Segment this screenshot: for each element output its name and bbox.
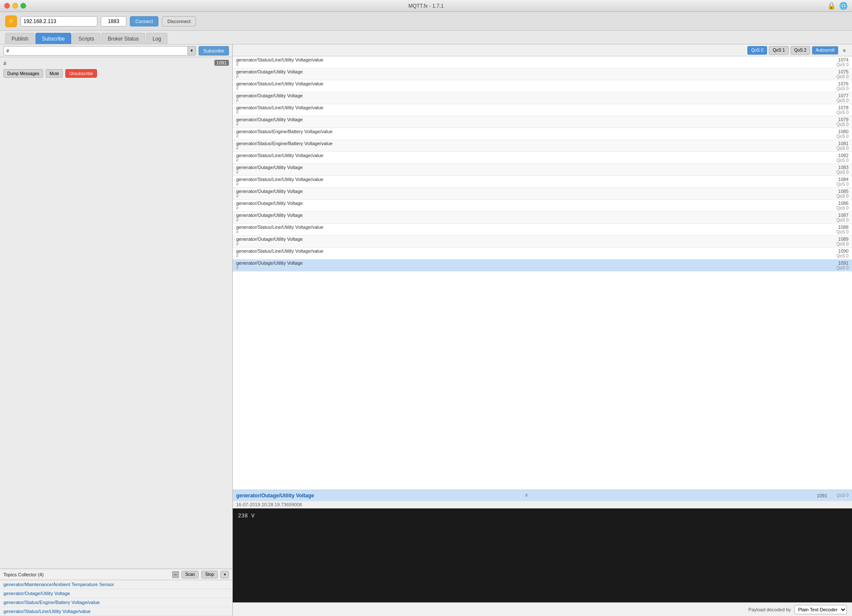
table-row[interactable]: generator/Outage/Utility Voltage # 1077 … (233, 92, 852, 104)
detail-qos: QoS 0 (827, 493, 849, 498)
topics-collector-title: Topics Collector (4) (3, 572, 44, 577)
detail-hash: # (525, 493, 528, 498)
scan-button[interactable]: Scan (182, 571, 199, 578)
left-empty-area (0, 315, 232, 569)
message-area: # 1091 Dump Messages Mute Unsubscribe (0, 57, 232, 315)
dump-messages-button[interactable]: Dump Messages (3, 69, 43, 78)
right-panel: QoS 0 QoS 1 QoS 2 Autoscroll ≡ generator… (233, 44, 852, 616)
lightning-icon: ⚡ (7, 17, 15, 25)
maximize-button[interactable] (20, 3, 26, 9)
app-logo: ⚡ (5, 15, 17, 27)
table-row[interactable]: generator/Outage/Utility Voltage # 1087 … (233, 212, 852, 224)
right-top-bar: QoS 0 QoS 1 QoS 2 Autoscroll ≡ (233, 44, 852, 56)
tab-scripts[interactable]: Scripts (72, 33, 101, 44)
table-row-selected[interactable]: generator/Outage/Utility Voltage # 1091 … (233, 260, 852, 272)
table-row[interactable]: generator/Outage/Utility Voltage # 1079 … (233, 116, 852, 128)
detail-timestamp: 16-07-2019 20:28:19.73699008 (233, 501, 852, 508)
message-list[interactable]: generator/Status/Line/Utility Voltage/va… (233, 56, 852, 490)
table-row[interactable]: generator/Outage/Utility Voltage # 1086 … (233, 200, 852, 212)
disconnect-button[interactable]: Disconnect (162, 16, 196, 26)
message-count-badge: 1091 (214, 60, 229, 66)
table-row[interactable]: generator/Status/Line/Utility Voltage/va… (233, 224, 852, 236)
topic-item-2[interactable]: generator/Status/Engine/Battery Voltage/… (0, 598, 232, 607)
table-row[interactable]: generator/Status/Engine/Battery Voltage/… (233, 140, 852, 152)
toolbar: ⚡ Connect Disconnect (0, 12, 852, 31)
qos0-button[interactable]: QoS 0 (747, 46, 767, 55)
detail-topic: generator/Outage/Utility Voltage (236, 493, 522, 499)
table-row[interactable]: generator/Outage/Utility Voltage # 1089 … (233, 236, 852, 248)
message-payload[interactable]: 238 V (233, 508, 852, 602)
subscribe-topic-input[interactable] (3, 46, 187, 55)
table-row[interactable]: generator/Status/Engine/Battery Voltage/… (233, 128, 852, 140)
topic-item-3[interactable]: generator/Status/Line/Utility Voltage/va… (0, 607, 232, 616)
stop-button[interactable]: Stop (201, 571, 218, 578)
tab-broker-status[interactable]: Broker Status (101, 33, 145, 44)
titlebar-right-icons: 🔒 🌐 (827, 2, 848, 10)
table-row[interactable]: generator/Status/Line/Utility Voltage/va… (233, 104, 852, 116)
table-row[interactable]: generator/Outage/Utility Voltage # 1075 … (233, 68, 852, 80)
table-row[interactable]: generator/Status/Line/Utility Voltage/va… (233, 56, 852, 68)
subscribe-input-wrap: ▾ (3, 46, 196, 55)
autoscroll-button[interactable]: Autoscroll (812, 46, 838, 55)
tab-subscribe[interactable]: Subscribe (35, 33, 71, 44)
mute-button[interactable]: Mute (46, 69, 63, 78)
window-title: MQTT.fx - 1.7.1 (408, 3, 444, 9)
port-input[interactable] (101, 16, 126, 26)
topics-list: generator/Maintenance/Ambient Temperatur… (0, 580, 232, 616)
lock-icon: 🔒 (827, 2, 836, 10)
table-row[interactable]: generator/Outage/Utility Voltage # 1083 … (233, 164, 852, 176)
subscribe-button[interactable]: Subscribe (199, 46, 229, 55)
close-button[interactable] (4, 3, 10, 9)
subscribe-dropdown[interactable]: ▾ (187, 46, 196, 55)
hash-display: # (3, 61, 229, 67)
globe-icon: 🌐 (839, 2, 848, 10)
scan-settings-button[interactable]: ▾ (220, 571, 229, 578)
decoded-by-label: Payload decoded by (748, 607, 791, 612)
footer: Payload decoded by Plain Text Decoder (233, 602, 852, 616)
left-panel: ▾ Subscribe # 1091 Dump Messages Mute Un… (0, 44, 233, 616)
topics-collector-header: Topics Collector (4) − Scan Stop ▾ (0, 569, 232, 580)
main-content: ▾ Subscribe # 1091 Dump Messages Mute Un… (0, 44, 852, 616)
qos2-button[interactable]: QoS 2 (791, 46, 810, 55)
subscribe-bar: ▾ Subscribe (0, 44, 232, 57)
detail-header: generator/Outage/Utility Voltage # 1091 … (233, 490, 852, 501)
connect-button[interactable]: Connect (130, 16, 158, 26)
window-controls[interactable] (4, 3, 26, 9)
titlebar: MQTT.fx - 1.7.1 🔒 🌐 (0, 0, 852, 12)
qos1-button[interactable]: QoS 1 (769, 46, 788, 55)
ip-address-input[interactable] (20, 16, 97, 26)
topic-item-1[interactable]: generator/Outage/Utility Voltage (0, 589, 232, 598)
topic-item-0[interactable]: generator/Maintenance/Ambient Temperatur… (0, 580, 232, 589)
detail-num: 1091 (817, 493, 827, 498)
unsubscribe-button[interactable]: Unsubscribe (65, 69, 97, 78)
stream-icon[interactable]: ≡ (840, 48, 849, 53)
decoder-select[interactable]: Plain Text Decoder (794, 605, 847, 614)
table-row[interactable]: generator/Status/Line/Utility Voltage/va… (233, 80, 852, 92)
topics-collector: Topics Collector (4) − Scan Stop ▾ gener… (0, 569, 232, 616)
minimize-button[interactable] (12, 3, 18, 9)
table-row[interactable]: generator/Status/Line/Utility Voltage/va… (233, 248, 852, 260)
topics-collapse-button[interactable]: − (172, 571, 179, 578)
tab-publish[interactable]: Publish (5, 33, 35, 44)
message-detail: generator/Outage/Utility Voltage # 1091 … (233, 490, 852, 602)
table-row[interactable]: generator/Status/Line/Utility Voltage/va… (233, 176, 852, 188)
nav-tabs: Publish Subscribe Scripts Broker Status … (0, 31, 852, 44)
table-row[interactable]: generator/Outage/Utility Voltage # 1085 … (233, 188, 852, 200)
tab-log[interactable]: Log (146, 33, 167, 44)
table-row[interactable]: generator/Status/Line/Utility Voltage/va… (233, 152, 852, 164)
